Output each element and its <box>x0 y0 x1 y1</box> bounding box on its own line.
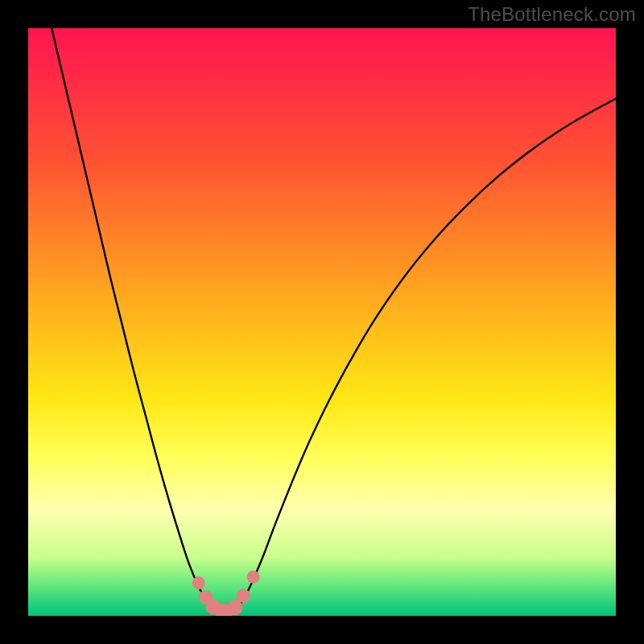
marker-point <box>247 571 260 584</box>
watermark-text: TheBottleneck.com <box>468 3 636 26</box>
gradient-background <box>28 28 616 616</box>
marker-point <box>192 576 205 589</box>
marker-point <box>236 588 250 603</box>
chart-svg <box>28 28 616 616</box>
outer-frame: TheBottleneck.com <box>0 0 644 644</box>
plot-area <box>28 28 616 616</box>
